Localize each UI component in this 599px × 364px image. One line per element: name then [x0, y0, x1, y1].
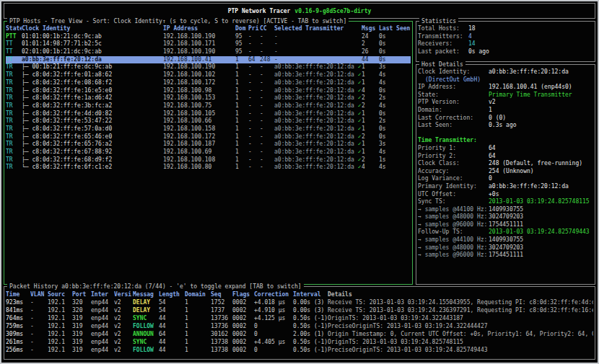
clock-identity-cell: ├─ c8:0d:32:ff:fe:08:68:f2: [22, 79, 163, 87]
packet-version-cell: v2: [114, 298, 133, 306]
host-row[interactable]: TR ├─ c8:0d:32:ff:fe:57:0a:d0 192.168.10…: [6, 125, 411, 133]
host-row[interactable]: TR ├─ c8:0d:32:ff:fe:65:76:a2 192.168.10…: [6, 141, 411, 148]
pri-cell: -: [248, 110, 260, 118]
detail-value: 64: [489, 153, 593, 161]
host-row[interactable]: TT 01:01:14:98:77:71:b2:5c 192.168.100.1…: [6, 40, 411, 48]
hosts-table: State Clock Identity IP Address Dom Pri …: [4, 22, 412, 284]
last-seen-cell: 4s: [379, 148, 411, 156]
packet-row[interactable]: 764ms - 192.1 319 enp44 v2 SYNC 44 1 137…: [6, 314, 593, 322]
packet-source-cell: 192.1: [48, 338, 72, 346]
pri-cell: -: [248, 156, 260, 164]
host-row[interactable]: TR ├─ c8:0d:32:ff:fe:08:68:f2 192.168.10…: [6, 79, 411, 87]
packet-version-cell: v2: [114, 338, 133, 346]
state-cell: TR: [6, 125, 22, 133]
transmitter-id: -: [274, 33, 278, 40]
cc-cell: -: [260, 156, 274, 164]
dom-cell: 1: [235, 164, 248, 172]
msgs-cell: 2: [362, 102, 379, 110]
host-row[interactable]: TR ├─ c8:0d:32:ff:fe:3b:fc:a2 192.168.10…: [6, 102, 411, 110]
host-row[interactable]: TR ├─ c8:0d:32:ff:fe:4d:d0:82 192.168.10…: [6, 110, 411, 118]
host-row[interactable]: TR └─ c8:0d:32:ff:fe:6f:c1:e2 192.168.10…: [6, 164, 411, 172]
host-row[interactable]: TR ├─ c8:0d:32:ff:fe:16:e5:e0 192.168.10…: [6, 87, 411, 95]
packet-version-cell: v2: [114, 330, 133, 338]
detail-row: → samples @44100 Hz: 1409930755: [418, 236, 593, 244]
dom-cell: 1: [235, 141, 248, 148]
selected-transmitter-cell: a0:bb:3e:ff:fe:20:12:da✓: [274, 141, 362, 148]
packet-time-cell: 759ms: [6, 322, 30, 330]
msgs-cell: 26: [362, 48, 379, 56]
packet-message-cell: FOLLOW: [133, 322, 159, 330]
packet-interface-cell: enp44: [91, 298, 114, 306]
packet-details-cell: OriginTS: 2013-01-03 03:19:24.322443187: [328, 314, 593, 322]
packet-time-cell: 841ms: [6, 306, 30, 314]
col-seq: Seq: [211, 290, 232, 298]
transmitter-id: -: [274, 40, 278, 47]
pri-cell: 64: [248, 56, 260, 64]
packet-interval-cell: 0.50s (-1): [293, 322, 328, 330]
packet-row[interactable]: 923ms - 192.1 320 enp44 v2 DELAY 54 1 17…: [6, 298, 593, 306]
packet-length-cell: 44: [159, 314, 185, 322]
packet-version-cell: v2: [114, 322, 133, 330]
detail-value: 64: [489, 145, 593, 153]
dom-cell: 1: [235, 79, 248, 87]
packet-interface-cell: enp44: [91, 322, 114, 330]
host-row[interactable]: TR ├─ c8:0d:32:ff:fe:53:47:22 192.168.10…: [6, 117, 411, 125]
detail-row: UTC Offset: +0s: [418, 191, 593, 199]
host-row[interactable]: TT 02:01:00:1b:21:dc:9c:ab 192.168.100.1…: [6, 48, 411, 56]
packet-vlan-cell: -: [30, 322, 48, 330]
dom-cell: 1: [235, 102, 248, 110]
clock-identity-cell: ├─ c8:0d:32:ff:fe:67:88:92: [22, 148, 163, 156]
check-icon: ✓: [358, 164, 362, 170]
transmitter-id: a0:bb:3e:ff:fe:20:12:da: [274, 148, 354, 155]
host-row[interactable]: TR ├─ 00:1b:21:ff:fe:dc:9c:ab 192.168.10…: [6, 63, 411, 71]
col-time: Time: [6, 290, 30, 298]
ip-address-cell: 192.168.100.171: [163, 40, 235, 48]
packet-flags-cell: 0002: [232, 346, 254, 354]
ip-address-cell: 192.168.100.80: [163, 164, 235, 172]
stat-value: 14: [468, 40, 593, 48]
packet-row[interactable]: 256ms - 192.1 319 enp44 v2 FOLLOW 44 1 1…: [6, 346, 593, 354]
packet-length-cell: 54: [159, 306, 185, 314]
packet-interval-cell: 0.50s (-1): [293, 314, 328, 322]
packet-seq-cell: 13736: [211, 322, 232, 330]
packet-length-cell: 44: [159, 338, 185, 346]
packet-details-cell: PreciseOriginTS: 2013-01-03 03:19:24.825…: [328, 346, 593, 354]
selected-transmitter-cell: a0:bb:3e:ff:fe:20:12:da✓: [274, 156, 362, 164]
packet-flags-cell: 0002: [232, 314, 254, 322]
detail-label: → samples @96000 Hz:: [418, 221, 489, 229]
cc-cell: -: [260, 40, 274, 48]
host-row[interactable]: TR ├─ c8:0d:32:ff:fe:1a:d6:42 192.168.10…: [6, 94, 411, 102]
detail-value: 1409930755: [489, 236, 593, 244]
cc-cell: -: [260, 164, 274, 172]
host-row[interactable]: TR ├─ c8:0d:32:ff:fe:68:d9:f2 192.168.10…: [6, 156, 411, 164]
packet-correction-cell: 0: [254, 322, 293, 330]
selected-transmitter-cell: a0:bb:3e:ff:fe:20:12:da✓: [274, 63, 362, 71]
packet-row[interactable]: 841ms - 192.1 320 enp44 v2 DELAY 54 1 17…: [6, 306, 593, 314]
col-flags: Flags: [232, 290, 254, 298]
packet-row[interactable]: 261ms - 192.1 319 enp44 v2 SYNC 44 1 137…: [6, 338, 593, 346]
host-row[interactable]: TT a0:bb:3e:ff:fe:20:12:da 192.168.100.4…: [6, 56, 411, 64]
packet-row[interactable]: 309ms - 192.1 319 enp44 v2 ANNOUN 64 1 3…: [6, 330, 593, 338]
detail-row: Last Seen: 0.3s ago: [418, 122, 593, 130]
packet-port-cell: 319: [72, 322, 91, 330]
transmitter-id: a0:bb:3e:ff:fe:20:12:da: [274, 63, 354, 70]
packet-interface-cell: enp44: [91, 306, 114, 314]
selected-transmitter-cell: a0:bb:3e:ff:fe:20:12:da✓: [274, 110, 362, 118]
pri-cell: -: [248, 148, 260, 156]
packet-row[interactable]: 759ms - 192.1 319 enp44 v2 FOLLOW 44 1 1…: [6, 322, 593, 330]
host-row[interactable]: TR ├─ c8:0d:32:ff:fe:01:a8:62 192.168.10…: [6, 71, 411, 79]
packet-port-cell: 319: [72, 338, 91, 346]
last-seen-cell: 2s: [379, 117, 411, 125]
packet-vlan-cell: -: [30, 314, 48, 322]
selected-transmitter-cell: -: [274, 33, 362, 41]
cc-cell: -: [260, 33, 274, 41]
packet-source-cell: 192.1: [48, 298, 72, 306]
hosts-header-row: State Clock Identity IP Address Dom Pri …: [6, 25, 411, 33]
packet-port-cell: 319: [72, 330, 91, 338]
selected-transmitter-cell: a0:bb:3e:ff:fe:20:12:da✓: [274, 87, 362, 95]
host-row[interactable]: TR ├─ c8:0d:32:ff:fe:67:88:92 192.168.10…: [6, 148, 411, 156]
host-row[interactable]: TR ├─ c8:0d:32:ff:fe:65:46:e0 192.168.10…: [6, 133, 411, 141]
detail-value: Primary Time Transmitter: [489, 92, 593, 99]
host-row[interactable]: PTT 01:01:00:1b:21:dc:9c:ab 192.168.100.…: [6, 33, 411, 41]
packet-flags-cell: 0002: [232, 298, 254, 306]
